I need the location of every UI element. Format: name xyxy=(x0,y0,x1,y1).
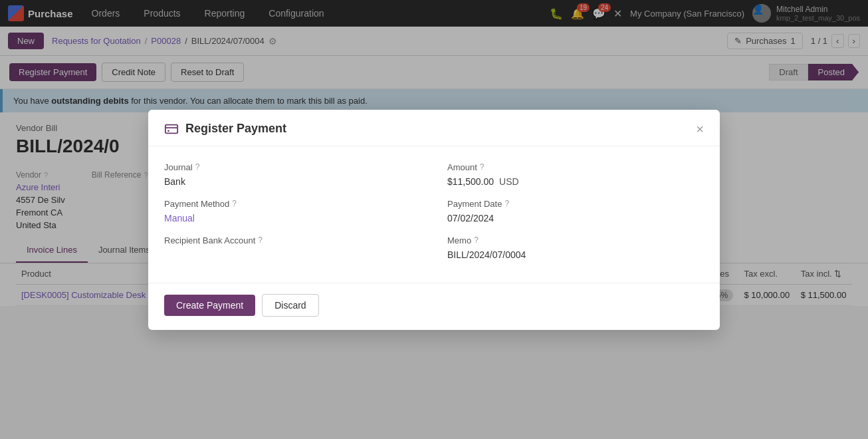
journal-group: Journal ? Bank xyxy=(164,162,421,188)
register-payment-modal: Register Payment × Journal ? Bank xyxy=(148,110,720,330)
modal-close-button[interactable]: × xyxy=(696,122,704,136)
currency: USD xyxy=(499,176,519,187)
svg-rect-0 xyxy=(165,124,177,133)
create-payment-button[interactable]: Create Payment xyxy=(164,295,255,316)
modal-footer: Create Payment Discard xyxy=(148,283,720,330)
amount-label: Amount ? xyxy=(447,162,704,172)
payment-method-group: Payment Method ? Manual xyxy=(164,199,421,225)
payment-method-help: ? xyxy=(232,199,237,208)
right-column: Amount ? $11,500.00 USD Payment Date ? xyxy=(447,162,704,261)
payment-icon xyxy=(164,122,179,136)
memo-label: Memo ? xyxy=(447,235,704,245)
journal-label: Journal ? xyxy=(164,162,421,172)
modal-overlay: Register Payment × Journal ? Bank xyxy=(0,0,868,439)
amount-help: ? xyxy=(480,162,485,172)
payment-date-label: Payment Date ? xyxy=(447,199,704,209)
modal-body: Journal ? Bank Payment Method ? Manual xyxy=(148,146,720,272)
journal-value[interactable]: Bank xyxy=(164,175,421,188)
memo-value[interactable]: BILL/2024/07/0004 xyxy=(447,248,704,261)
form-grid: Journal ? Bank Payment Method ? Manual xyxy=(164,162,704,261)
payment-method-value[interactable]: Manual xyxy=(164,212,421,225)
discard-button[interactable]: Discard xyxy=(262,294,318,317)
payment-date-group: Payment Date ? 07/02/2024 xyxy=(447,199,704,225)
amount-value: $11,500.00 USD xyxy=(447,175,704,188)
journal-help: ? xyxy=(195,162,200,172)
recipient-bank-group: Recipient Bank Account ? xyxy=(164,235,421,261)
memo-group: Memo ? BILL/2024/07/0004 xyxy=(447,235,704,261)
left-column: Journal ? Bank Payment Method ? Manual xyxy=(164,162,421,261)
amount-number[interactable]: $11,500.00 xyxy=(447,176,494,187)
recipient-bank-value xyxy=(164,248,421,261)
modal-header: Register Payment × xyxy=(148,110,720,146)
amount-group: Amount ? $11,500.00 USD xyxy=(447,162,704,188)
payment-method-label: Payment Method ? xyxy=(164,199,421,209)
modal-title-row: Register Payment xyxy=(164,122,286,136)
payment-date-help: ? xyxy=(504,199,509,208)
recipient-help: ? xyxy=(258,235,263,245)
svg-point-1 xyxy=(167,130,169,132)
recipient-bank-label: Recipient Bank Account ? xyxy=(164,235,421,245)
modal-title: Register Payment xyxy=(185,122,286,136)
memo-help: ? xyxy=(474,235,479,245)
payment-date-value[interactable]: 07/02/2024 xyxy=(447,212,704,225)
